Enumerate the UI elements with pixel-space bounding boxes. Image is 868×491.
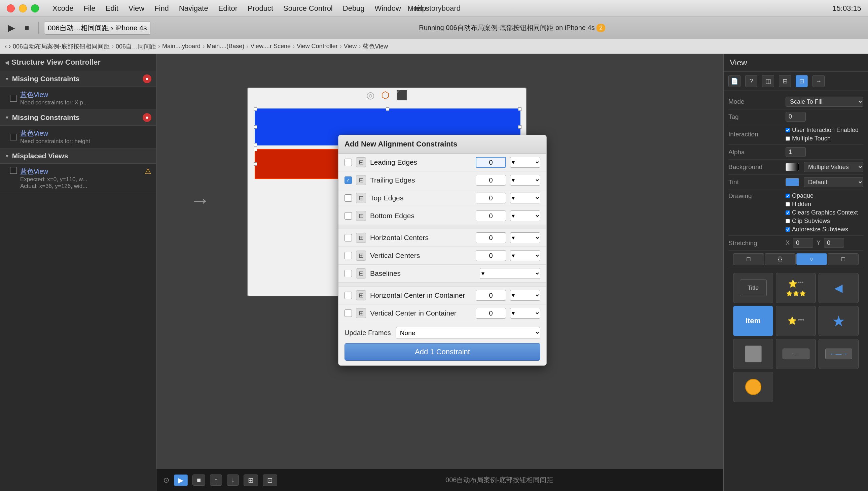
breadcrumb-item-0[interactable]: 006自动布局案例-底部按钮相同间距: [13, 42, 110, 51]
hidden-checkbox[interactable]: [785, 202, 790, 206]
size-inspector-icon[interactable]: ⊡: [796, 75, 808, 87]
breadcrumb-item-6[interactable]: View: [344, 43, 357, 50]
maximize-button[interactable]: [31, 4, 39, 12]
close-button[interactable]: [7, 4, 15, 12]
menu-find[interactable]: Find: [154, 4, 169, 13]
clip-subviews-checkbox[interactable]: [785, 219, 790, 223]
add-constraint-button[interactable]: Add 1 Constraint: [344, 343, 540, 361]
horiz-center-container-input[interactable]: [476, 290, 506, 301]
breadcrumb-item-2[interactable]: Main....yboard: [162, 43, 200, 50]
component-star-dots[interactable]: ⭐ •••: [776, 306, 816, 336]
trailing-edges-checkbox[interactable]: [344, 176, 352, 184]
breadcrumb-forward[interactable]: ›: [9, 43, 11, 50]
status-btn-4[interactable]: ↑: [210, 474, 222, 486]
menu-debug[interactable]: Debug: [343, 4, 365, 13]
background-select[interactable]: Multiple Values: [804, 162, 863, 172]
component-stars[interactable]: ⭐ ••• ⭐⭐⭐: [776, 273, 816, 303]
menu-window[interactable]: Window: [375, 4, 401, 13]
leading-edges-checkbox[interactable]: [344, 158, 352, 166]
constraint-item-1[interactable]: 蓝色View Need constraints for: X p...: [0, 87, 156, 110]
tag-input[interactable]: [785, 112, 806, 122]
vertical-centers-input[interactable]: [476, 250, 506, 261]
component-arrows[interactable]: ←—→: [818, 339, 859, 369]
menu-product[interactable]: Product: [248, 4, 273, 13]
constraint-checkbox-1[interactable]: [10, 95, 17, 102]
trailing-edges-select[interactable]: ▾: [510, 175, 540, 185]
constraint-checkbox-2[interactable]: [10, 134, 17, 140]
vert-center-container-checkbox[interactable]: [344, 310, 352, 317]
bottom-edges-checkbox[interactable]: [344, 212, 352, 220]
baselines-select[interactable]: ▾: [480, 268, 540, 279]
horiz-center-container-checkbox[interactable]: [344, 292, 352, 299]
component-square[interactable]: [733, 339, 773, 369]
status-btn-2[interactable]: ▶: [174, 474, 188, 486]
user-interaction-checkbox[interactable]: [785, 128, 790, 132]
tint-swatch[interactable]: [785, 178, 799, 186]
missing-constraints-section-1[interactable]: ▼ Missing Constraints ●: [0, 71, 156, 87]
bottom-edges-input[interactable]: [476, 210, 506, 221]
multiple-touch-checkbox[interactable]: [785, 136, 790, 141]
menu-editor[interactable]: Editor: [218, 4, 238, 13]
misplaced-checkbox-1[interactable]: [10, 167, 17, 174]
opaque-checkbox[interactable]: [785, 194, 790, 198]
misplaced-views-section[interactable]: ▼ Misplaced Views: [0, 148, 156, 164]
autoresize-checkbox[interactable]: [785, 227, 790, 232]
horizontal-centers-input[interactable]: [476, 232, 506, 243]
quick-help-icon[interactable]: ?: [745, 75, 757, 87]
horiz-center-container-select[interactable]: ▾: [510, 290, 540, 301]
breadcrumb-item-4[interactable]: View....r Scene: [250, 43, 291, 50]
top-edges-input[interactable]: [476, 193, 506, 203]
scheme-selector[interactable]: 006自动…相同间距 › iPhone 4s: [44, 21, 150, 35]
stop-button[interactable]: ■: [21, 22, 33, 34]
file-inspector-icon[interactable]: 📄: [728, 75, 741, 87]
menu-source-control[interactable]: Source Control: [283, 4, 333, 13]
update-frames-select[interactable]: None: [396, 327, 540, 339]
vert-center-container-select[interactable]: ▾: [510, 308, 540, 319]
breadcrumb-item-1[interactable]: 006自…同间距: [116, 42, 156, 51]
baselines-checkbox[interactable]: [344, 270, 352, 277]
attributes-inspector-icon[interactable]: ⊟: [779, 75, 791, 87]
breadcrumb-item-5[interactable]: View Controller: [297, 43, 338, 50]
tab-4[interactable]: □: [828, 253, 859, 265]
connections-inspector-icon[interactable]: →: [812, 75, 825, 87]
breadcrumb-item-3[interactable]: Main....(Base): [207, 43, 244, 50]
background-swatch[interactable]: [785, 163, 799, 171]
x-input[interactable]: [793, 238, 813, 248]
menu-edit[interactable]: Edit: [106, 4, 118, 13]
leading-edges-select[interactable]: ▾: [510, 157, 540, 168]
status-btn-1[interactable]: ⊙: [163, 476, 169, 485]
component-item[interactable]: Item: [733, 306, 773, 336]
status-btn-7[interactable]: ⊡: [263, 474, 277, 486]
misplaced-item-1[interactable]: 蓝色View Expected: x=0, y=110, w... Actual…: [0, 164, 156, 193]
minimize-button[interactable]: [19, 4, 27, 12]
horizontal-centers-checkbox[interactable]: [344, 234, 352, 241]
status-btn-5[interactable]: ↓: [227, 474, 239, 486]
vert-center-container-input[interactable]: [476, 308, 506, 319]
menu-navigate[interactable]: Navigate: [179, 4, 208, 13]
component-dots[interactable]: ···: [776, 339, 816, 369]
alpha-input[interactable]: [785, 147, 806, 157]
run-button[interactable]: ▶: [5, 22, 18, 34]
breadcrumb-back[interactable]: ‹: [5, 43, 7, 50]
mode-select[interactable]: Scale To Fill: [785, 97, 863, 107]
missing-constraints-section-2[interactable]: ▼ Missing Constraints ●: [0, 110, 156, 125]
component-back[interactable]: ◀: [818, 273, 859, 303]
constraint-item-2[interactable]: 蓝色View Need constraints for: height: [0, 125, 156, 148]
vertical-centers-checkbox[interactable]: [344, 252, 352, 259]
menu-file[interactable]: File: [84, 4, 95, 13]
trailing-edges-input[interactable]: [476, 175, 506, 185]
tint-select[interactable]: Default: [804, 177, 863, 187]
horizontal-centers-select[interactable]: ▾: [510, 232, 540, 243]
structure-view-controller-header[interactable]: ◀ Structure View Controller: [0, 54, 156, 71]
tab-2[interactable]: {}: [765, 253, 796, 265]
breadcrumb-item-7[interactable]: 蓝色View: [363, 42, 388, 51]
status-btn-3[interactable]: ■: [192, 474, 205, 486]
component-nav-title[interactable]: Title: [733, 273, 773, 303]
leading-edges-input[interactable]: [476, 157, 506, 168]
menu-xcode[interactable]: Xcode: [53, 4, 73, 13]
top-edges-checkbox[interactable]: [344, 194, 352, 202]
clears-graphics-checkbox[interactable]: [785, 210, 790, 215]
identity-inspector-icon[interactable]: ◫: [762, 75, 774, 87]
tab-1[interactable]: □: [733, 253, 764, 265]
vertical-centers-select[interactable]: ▾: [510, 250, 540, 261]
